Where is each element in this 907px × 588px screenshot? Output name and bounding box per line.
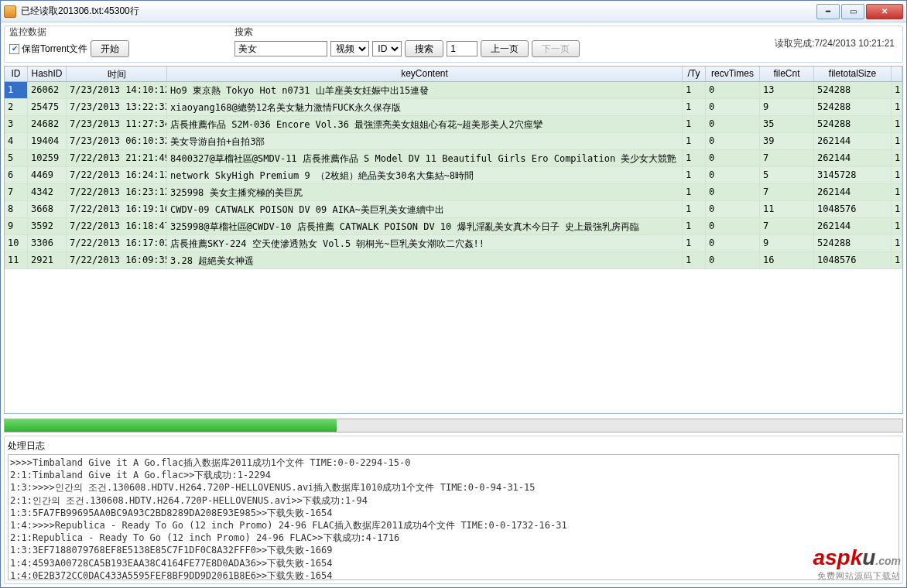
cell-recv: 0 [706, 184, 760, 201]
cell-size: 524288 [814, 235, 892, 252]
cell-recv: 0 [706, 150, 760, 167]
col-ty[interactable]: /Ty [683, 67, 706, 81]
table-row[interactable]: 3246827/23/2013 11:27:34店長推薦作品 S2M-036 E… [5, 116, 902, 133]
cell-recv: 0 [706, 99, 760, 116]
keep-torrent-checkbox[interactable]: ✔ 保留Torrent文件 [9, 43, 87, 56]
col-recv[interactable]: recvTimes [706, 67, 760, 81]
cell-time: 7/22/2013 16:19:10 [67, 201, 167, 218]
cell-id: 11 [5, 252, 28, 269]
table-row[interactable]: 1260627/23/2013 14:10:12Ho9 東京熱 Tokyo Ho… [5, 82, 902, 99]
search-button[interactable]: 搜索 [405, 40, 443, 57]
cell-ty: 1 [683, 116, 706, 133]
cell-time: 7/23/2013 14:10:12 [67, 82, 167, 99]
cell-hash: 10259 [28, 150, 67, 167]
titlebar[interactable]: 已经读取201306.txt:45300行 ━ ▭ ✕ [1, 1, 906, 22]
cell-hash: 4342 [28, 184, 67, 201]
col-time[interactable]: 时间 [67, 67, 167, 81]
cell-file: 16 [760, 252, 814, 269]
col-hash[interactable]: HashID [28, 67, 67, 81]
start-button[interactable]: 开始 [91, 40, 129, 57]
cell-hash: 4469 [28, 167, 67, 184]
cell-recv: 0 [706, 133, 760, 150]
cell-size: 262144 [814, 150, 892, 167]
table-row[interactable]: 836687/22/2013 16:19:10CWDV-09 CATWALK P… [5, 201, 902, 218]
cell-id: 2 [5, 99, 28, 116]
table-row[interactable]: 1033067/22/2013 16:17:02店長推薦SKY-224 空天使滲… [5, 235, 902, 252]
cell-ty: 1 [683, 218, 706, 235]
cell-last: 1 [892, 167, 902, 184]
window-title: 已经读取201306.txt:45300行 [21, 5, 816, 18]
cell-file: 7 [760, 150, 814, 167]
progress-fill [5, 419, 337, 432]
cell-last: 1 [892, 184, 902, 201]
col-id[interactable]: ID [5, 67, 28, 81]
status-text: 读取完成:7/24/2013 10:21:21 [775, 37, 895, 50]
col-key[interactable]: keyContent [167, 67, 683, 81]
cell-file: 35 [760, 116, 814, 133]
cell-key: 店長推薦作品 S2M-036 Encore Vol.36 最強漂亮美女姐姐心有花… [167, 116, 683, 133]
cell-key: Ho9 東京熱 Tokyo Hot n0731 山羊座美女妊娠中出15連發 [167, 82, 683, 99]
cell-file: 7 [760, 218, 814, 235]
table-row[interactable]: 2254757/23/2013 13:22:33xiaoyang168@總勢12… [5, 99, 902, 116]
cell-recv: 0 [706, 218, 760, 235]
watermark: aspku.com 免费网站源码下载站 [813, 545, 901, 582]
cell-file: 5 [760, 167, 814, 184]
cell-last: 1 [892, 201, 902, 218]
close-button[interactable]: ✕ [866, 4, 903, 19]
table-row[interactable]: 644697/22/2013 16:24:13network SkyHigh P… [5, 167, 902, 184]
cell-time: 7/23/2013 06:10:32 [67, 133, 167, 150]
search-input[interactable] [234, 41, 327, 56]
cell-time: 7/23/2013 11:27:34 [67, 116, 167, 133]
cell-file: 39 [760, 133, 814, 150]
cell-hash: 3306 [28, 235, 67, 252]
cell-file: 7 [760, 184, 814, 201]
cell-time: 7/22/2013 16:17:02 [67, 235, 167, 252]
next-page-button[interactable]: 下一页 [532, 40, 580, 57]
type-select[interactable]: 视频 [330, 41, 369, 56]
col-last[interactable] [892, 67, 902, 81]
cell-ty: 1 [683, 133, 706, 150]
cell-time: 7/23/2013 13:22:33 [67, 99, 167, 116]
cell-size: 524288 [814, 82, 892, 99]
cell-time: 7/22/2013 16:23:13 [67, 184, 167, 201]
data-grid[interactable]: ID HashID 时间 keyContent /Ty recvTimes fi… [4, 66, 903, 414]
prev-page-button[interactable]: 上一页 [481, 40, 529, 57]
page-input[interactable] [447, 41, 477, 56]
cell-size: 524288 [814, 116, 892, 133]
cell-file: 9 [760, 235, 814, 252]
cell-time: 7/22/2013 16:24:13 [67, 167, 167, 184]
cell-hash: 3592 [28, 218, 67, 235]
table-row[interactable]: 935927/22/2013 16:18:47325998@草榴社區@CWDV-… [5, 218, 902, 235]
cell-id: 5 [5, 150, 28, 167]
log-label: 处理日志 [8, 438, 899, 454]
minimize-button[interactable]: ━ [816, 4, 840, 19]
log-textarea[interactable]: >>>>Timbaland Give it A Go.flac插入数据库2011… [8, 454, 899, 580]
cell-file: 11 [760, 201, 814, 218]
cell-ty: 1 [683, 167, 706, 184]
table-row[interactable]: 743427/22/2013 16:23:13325998 美女主播究極的美巨尻… [5, 184, 902, 201]
cell-key: 325998@草榴社區@CWDV-10 店長推薦 CATWALK POISON … [167, 218, 683, 235]
grid-header: ID HashID 时间 keyContent /Ty recvTimes fi… [5, 67, 902, 82]
table-row[interactable]: 5102597/22/2013 21:21:498400327@草榴社區@SMD… [5, 150, 902, 167]
cell-key: xiaoyang168@總勢12名美女魅力激情FUCK永久保存版 [167, 99, 683, 116]
search-label: 搜索 [234, 26, 580, 39]
table-row[interactable]: 4194047/23/2013 06:10:32美女导游自拍+自拍3部10392… [5, 133, 902, 150]
monitor-label: 监控数据 [9, 26, 129, 39]
cell-last: 1 [892, 82, 902, 99]
progress-bar [4, 419, 903, 432]
cell-key: 325998 美女主播究極的美巨尻 [167, 184, 683, 201]
cell-size: 262144 [814, 218, 892, 235]
cell-key: 美女导游自拍+自拍3部 [167, 133, 683, 150]
maximize-button[interactable]: ▭ [841, 4, 864, 19]
search-group: 搜索 视频 ID 搜索 上一页 下一页 [234, 26, 580, 57]
cell-recv: 0 [706, 116, 760, 133]
cell-id: 8 [5, 201, 28, 218]
grid-body[interactable]: 1260627/23/2013 14:10:12Ho9 東京熱 Tokyo Ho… [5, 82, 902, 413]
col-file[interactable]: fileCnt [760, 67, 814, 81]
field-select[interactable]: ID [372, 41, 402, 56]
cell-size: 3145728 [814, 167, 892, 184]
cell-key: network SkyHigh Premium 9 （2枚組）絶品美女30名大集… [167, 167, 683, 184]
table-row[interactable]: 1129217/22/2013 16:09:353.28 超絕美女神遥10161… [5, 252, 902, 269]
cell-key: 3.28 超絕美女神遥 [167, 252, 683, 269]
col-size[interactable]: filetotalSize [814, 67, 892, 81]
